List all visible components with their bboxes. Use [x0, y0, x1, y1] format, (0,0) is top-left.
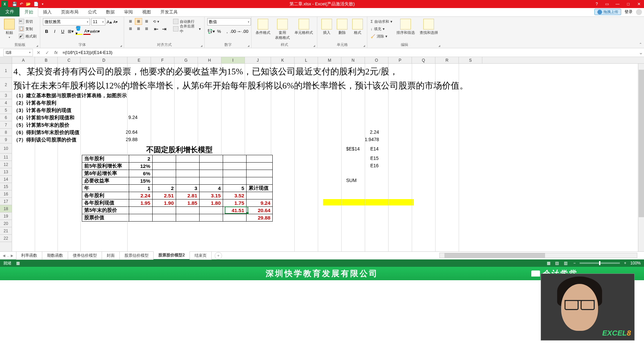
column-header-R[interactable]: R: [435, 57, 459, 63]
tab-review[interactable]: 审阅: [119, 8, 138, 16]
sheet-tab-2[interactable]: 期数函数: [42, 252, 68, 260]
row-header-3[interactable]: 3: [0, 92, 12, 99]
row-header-5[interactable]: 5: [0, 107, 12, 114]
login-link[interactable]: 登录: [625, 9, 633, 15]
column-header-N[interactable]: N: [341, 57, 365, 63]
column-header-G[interactable]: G: [174, 57, 198, 63]
decrease-font-icon[interactable]: A▾: [113, 20, 118, 24]
accounting-button[interactable]: 💱▾: [207, 27, 215, 35]
column-header-L[interactable]: L: [294, 57, 318, 63]
row-header-11[interactable]: 11: [0, 154, 12, 161]
row-header-6[interactable]: 6: [0, 114, 12, 121]
column-header-Q[interactable]: Q: [412, 57, 435, 63]
find-select-button[interactable]: 查找和选择: [418, 18, 439, 36]
phonetic-button[interactable]: wén▾: [91, 27, 99, 35]
italic-button[interactable]: I: [51, 27, 58, 35]
fill-color-button[interactable]: 🪣▾: [75, 27, 83, 35]
collapse-ribbon-icon[interactable]: ⌃: [639, 42, 642, 47]
cancel-formula-icon[interactable]: ✕: [34, 50, 43, 55]
ribbon-display-icon[interactable]: ▭: [602, 0, 612, 8]
enter-formula-icon[interactable]: ✓: [43, 50, 52, 55]
sheet-tab-4[interactable]: 封面: [102, 252, 120, 260]
zoom-in-icon[interactable]: +: [624, 261, 626, 265]
align-top-button[interactable]: ≡: [127, 18, 134, 25]
sheet-tab-5[interactable]: 股票估价模型: [119, 252, 154, 260]
sheet-nav-more[interactable]: ...: [7, 254, 9, 257]
font-size-select[interactable]: 11▾: [91, 18, 105, 25]
column-header-I[interactable]: I: [221, 57, 245, 63]
orientation-button[interactable]: ⟲▾: [152, 18, 168, 25]
column-header-F[interactable]: F: [151, 57, 174, 63]
column-header-D[interactable]: D: [80, 57, 127, 63]
conditional-format-button[interactable]: 条件格式: [254, 18, 272, 36]
column-header-O[interactable]: O: [365, 57, 388, 63]
redo-icon[interactable]: 📂: [26, 2, 31, 6]
sheet-tab-6[interactable]: 股票股价模型2: [153, 251, 190, 260]
tab-developer[interactable]: 开发工具: [156, 8, 182, 16]
tab-file[interactable]: 文件: [0, 7, 19, 16]
normal-view-icon[interactable]: ▦: [545, 261, 552, 265]
row-header-18[interactable]: 18: [0, 205, 12, 213]
new-icon[interactable]: 📄: [34, 2, 39, 6]
macro-record-icon[interactable]: ▦: [16, 261, 20, 265]
user-avatar-icon[interactable]: [636, 9, 642, 15]
column-header-K[interactable]: K: [271, 57, 294, 63]
upload-badge[interactable]: 拖拽上传: [594, 9, 621, 15]
insert-cells-button[interactable]: 插入: [320, 18, 333, 36]
bold-button[interactable]: B: [43, 27, 50, 35]
sort-filter-button[interactable]: 排序和筛选: [395, 18, 416, 36]
vertical-scrollbar[interactable]: [638, 64, 644, 251]
row-header-16[interactable]: 16: [0, 190, 12, 198]
cut-button[interactable]: ✂剪切: [18, 18, 37, 25]
zoom-slider[interactable]: [580, 262, 620, 264]
row-header-12[interactable]: 12: [0, 161, 12, 168]
align-bottom-button[interactable]: ≡: [143, 18, 150, 25]
column-header-P[interactable]: P: [388, 57, 412, 63]
zoom-level[interactable]: 100%: [630, 261, 641, 265]
paste-button[interactable]: 粘贴 ▾: [3, 18, 16, 40]
align-left-button[interactable]: ≡: [127, 25, 134, 32]
page-layout-view-icon[interactable]: ▤: [553, 261, 561, 265]
row-header-19[interactable]: 19: [0, 213, 12, 220]
column-header-A[interactable]: A: [12, 57, 35, 63]
column-header-J[interactable]: J: [245, 57, 271, 63]
row-header-9[interactable]: 9: [0, 136, 12, 143]
copy-button[interactable]: 📋复制: [18, 25, 37, 32]
tab-home[interactable]: 开始: [19, 7, 38, 17]
scroll-thumb[interactable]: [639, 70, 644, 217]
row-header-22[interactable]: 22: [0, 235, 12, 242]
zoom-out-icon[interactable]: −: [573, 261, 576, 265]
tab-insert[interactable]: 插入: [38, 8, 56, 16]
select-all-button[interactable]: [0, 57, 12, 63]
row-header-4[interactable]: 4: [0, 99, 12, 107]
name-box[interactable]: I18▾: [3, 49, 33, 56]
merge-center-button[interactable]: 合并后居中▾: [172, 25, 202, 32]
border-button[interactable]: ⊞▾: [67, 27, 74, 35]
minimize-icon[interactable]: —: [612, 0, 623, 8]
row-header-7[interactable]: 7: [0, 121, 12, 129]
align-middle-button[interactable]: ≡: [135, 18, 142, 25]
page-break-view-icon[interactable]: ▥: [562, 261, 569, 265]
close-icon[interactable]: ✕: [634, 0, 644, 8]
number-format-select[interactable]: 数值▾: [207, 18, 251, 25]
row-header-1[interactable]: 1: [0, 64, 12, 78]
qat-dropdown-icon[interactable]: ▼: [41, 3, 44, 6]
column-header-S[interactable]: S: [459, 57, 482, 63]
tab-formulas[interactable]: 公式: [83, 8, 101, 16]
undo-icon[interactable]: ↶: [20, 2, 23, 6]
formula-input[interactable]: =(I16*(1+E13))/(E14-E13): [60, 49, 637, 56]
row-header-10[interactable]: 10: [0, 143, 12, 154]
expand-formula-icon[interactable]: ⌄: [637, 49, 644, 56]
column-header-H[interactable]: H: [198, 57, 221, 63]
format-table-button[interactable]: 套用 表格格式: [274, 18, 291, 41]
sheet-tab-7[interactable]: 结束页: [190, 252, 212, 260]
row-header-17[interactable]: 17: [0, 198, 12, 205]
increase-font-icon[interactable]: A▴: [107, 19, 112, 24]
row-header-13[interactable]: 13: [0, 168, 12, 176]
decrease-indent-button[interactable]: ⇤: [152, 25, 160, 32]
decrease-decimal-button[interactable]: ←.00: [239, 27, 247, 35]
format-cells-button[interactable]: 格式: [351, 18, 364, 36]
column-header-M[interactable]: M: [318, 57, 341, 63]
underline-button[interactable]: U: [59, 27, 66, 35]
sheet-nav-first-icon[interactable]: ◀: [3, 254, 5, 257]
